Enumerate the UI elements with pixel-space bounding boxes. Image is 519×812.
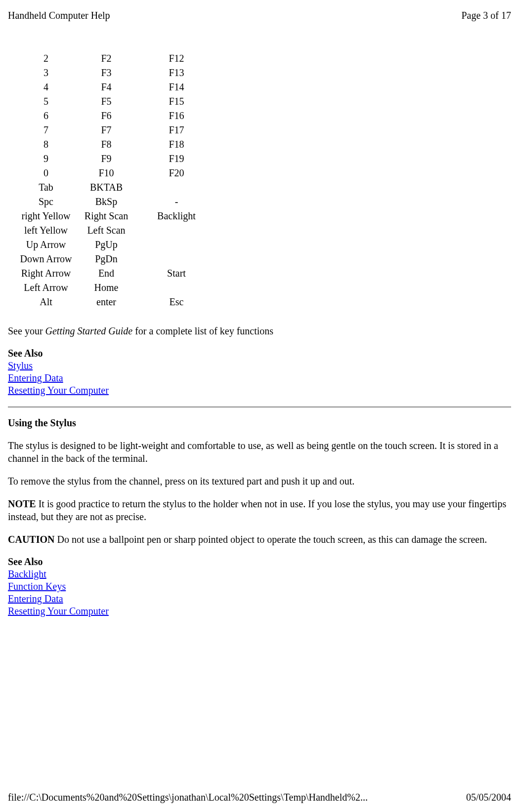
table-cell — [134, 252, 218, 266]
table-cell — [134, 181, 218, 194]
table-row: 0F10F20 — [14, 166, 218, 180]
table-cell: left Yellow — [14, 224, 78, 237]
table-cell: F19 — [134, 152, 218, 165]
see-also-link[interactable]: Backlight — [8, 568, 46, 579]
table-cell — [134, 281, 218, 294]
table-row: 7F7F17 — [14, 123, 218, 137]
table-cell: F7 — [79, 123, 133, 137]
see-also-link[interactable]: Resetting Your Computer — [8, 385, 109, 396]
table-cell: F4 — [79, 81, 133, 94]
table-row: 9F9F19 — [14, 152, 218, 165]
table-cell: Home — [79, 281, 133, 294]
table-cell: F17 — [134, 123, 218, 137]
see-also-link[interactable]: Resetting Your Computer — [8, 606, 109, 616]
table-cell — [134, 224, 218, 237]
table-cell: F9 — [79, 152, 133, 165]
table-cell: PgUp — [79, 238, 133, 251]
table-row: 8F8F18 — [14, 138, 218, 151]
table-cell: Right Scan — [79, 209, 133, 223]
table-row: right YellowRight ScanBacklight — [14, 209, 218, 223]
table-row: left YellowLeft Scan — [14, 224, 218, 237]
see-also-heading: See Also — [8, 347, 511, 360]
page-header: Handheld Computer Help Page 3 of 17 — [8, 10, 511, 21]
table-row: Up ArrowPgUp — [14, 238, 218, 251]
see-also-link[interactable]: Function Keys — [8, 581, 66, 592]
key-function-table: 2F2F123F3F134F4F145F5F156F6F167F7F178F8F… — [13, 51, 219, 310]
table-cell: Right Arrow — [14, 267, 78, 280]
table-cell: F10 — [79, 166, 133, 180]
section-divider — [8, 406, 511, 407]
table-cell: F20 — [134, 166, 218, 180]
table-cell: 2 — [14, 52, 78, 65]
table-cell: F18 — [134, 138, 218, 151]
table-row: SpcBkSp- — [14, 195, 218, 208]
see-also-block-2: See Also BacklightFunction KeysEntering … — [8, 556, 511, 617]
table-cell: Spc — [14, 195, 78, 208]
see-also-block-1: See Also StylusEntering DataResetting Yo… — [8, 347, 511, 397]
table-cell: F16 — [134, 109, 218, 122]
see-also-link[interactable]: Entering Data — [8, 593, 63, 604]
table-cell: Left Arrow — [14, 281, 78, 294]
table-cell: 8 — [14, 138, 78, 151]
table-row: 6F6F16 — [14, 109, 218, 122]
table-cell: F14 — [134, 81, 218, 94]
table-cell: F15 — [134, 95, 218, 108]
see-also-heading: See Also — [8, 556, 511, 568]
table-cell — [134, 238, 218, 251]
table-cell: Left Scan — [79, 224, 133, 237]
table-cell: 4 — [14, 81, 78, 94]
stylus-paragraph-1: The stylus is designed to be light-weigh… — [8, 439, 511, 465]
table-row: 3F3F13 — [14, 66, 218, 80]
table-cell: 7 — [14, 123, 78, 137]
table-cell: F2 — [79, 52, 133, 65]
table-cell: Start — [134, 267, 218, 280]
table-cell: End — [79, 267, 133, 280]
table-cell: F8 — [79, 138, 133, 151]
table-cell: Tab — [14, 181, 78, 194]
table-cell: Backlight — [134, 209, 218, 223]
table-row: 4F4F14 — [14, 81, 218, 94]
table-cell: F13 — [134, 66, 218, 80]
header-title: Handheld Computer Help — [8, 10, 110, 21]
see-also-link[interactable]: Entering Data — [8, 372, 63, 383]
table-cell: Up Arrow — [14, 238, 78, 251]
table-cell: F12 — [134, 52, 218, 65]
section-heading-stylus: Using the Stylus — [8, 416, 511, 429]
table-cell: enter — [79, 295, 133, 309]
table-cell: 0 — [14, 166, 78, 180]
table-cell: Alt — [14, 295, 78, 309]
table-cell: Esc — [134, 295, 218, 309]
table-cell: Down Arrow — [14, 252, 78, 266]
note-label: NOTE — [8, 498, 36, 509]
table-cell: BkSp — [79, 195, 133, 208]
caution-paragraph: CAUTION Do not use a ballpoint pen or sh… — [8, 533, 511, 546]
table-cell: 3 — [14, 66, 78, 80]
table-cell: F3 — [79, 66, 133, 80]
header-page-number: Page 3 of 17 — [461, 10, 511, 21]
table-row: TabBKTAB — [14, 181, 218, 194]
table-row: Left ArrowHome — [14, 281, 218, 294]
table-row: AltenterEsc — [14, 295, 218, 309]
guide-title: Getting Started Guide — [45, 325, 133, 336]
stylus-paragraph-2: To remove the stylus from the channel, p… — [8, 475, 511, 487]
note-paragraph: NOTE It is good practice to return the s… — [8, 497, 511, 523]
table-row: 5F5F15 — [14, 95, 218, 108]
table-row: Right ArrowEndStart — [14, 267, 218, 280]
table-cell: 5 — [14, 95, 78, 108]
table-cell: 6 — [14, 109, 78, 122]
caution-label: CAUTION — [8, 534, 54, 545]
table-row: Down ArrowPgDn — [14, 252, 218, 266]
table-cell: - — [134, 195, 218, 208]
table-cell: right Yellow — [14, 209, 78, 223]
table-cell: F5 — [79, 95, 133, 108]
table-row: 2F2F12 — [14, 52, 218, 65]
guide-note: See your Getting Started Guide for a com… — [8, 325, 511, 337]
table-cell: BKTAB — [79, 181, 133, 194]
table-cell: PgDn — [79, 252, 133, 266]
table-cell: 9 — [14, 152, 78, 165]
table-cell: F6 — [79, 109, 133, 122]
see-also-link[interactable]: Stylus — [8, 360, 33, 371]
